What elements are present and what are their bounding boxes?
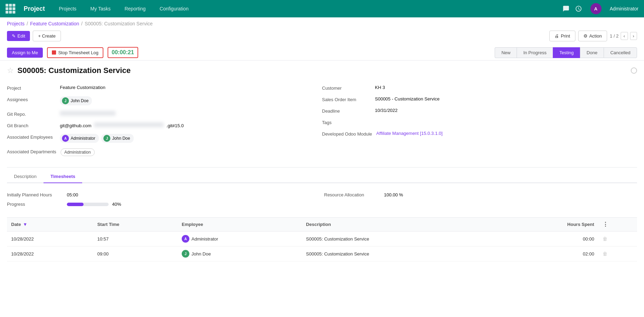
field-git-branch: Git Branch git@github.com .git#15.0	[7, 120, 322, 131]
action-button[interactable]: ⚙ Action	[578, 31, 607, 41]
pipeline-step-done[interactable]: Done	[580, 47, 604, 58]
cell-desc-0: S00005: Customization Service	[302, 231, 500, 246]
breadcrumb-current: S00005: Customization Service	[85, 21, 152, 26]
field-deadline: Deadline 10/31/2022	[322, 105, 637, 116]
customer-label: Customer	[322, 85, 371, 91]
git-branch-suffix: .git#15.0	[166, 123, 184, 128]
tabs: Description Timesheets	[7, 170, 637, 183]
avatar[interactable]: A	[590, 3, 602, 14]
user-name[interactable]: Administrator	[610, 6, 638, 11]
next-record-button[interactable]: ›	[630, 32, 637, 40]
cell-start-0: 10:57	[93, 231, 178, 246]
sales-order-value: S00005 - Customization Service	[375, 96, 637, 101]
dev-module-label: Developed Odoo Module	[322, 131, 372, 137]
top-navigation: Project Projects My Tasks Reporting Conf…	[0, 0, 644, 17]
assignees-label: Assignees	[7, 96, 56, 102]
more-options-icon[interactable]: ⋮	[603, 221, 608, 227]
create-button[interactable]: + Create	[33, 31, 61, 41]
assignee-dot-johndoe: J	[62, 97, 69, 104]
customer-value: KH 3	[375, 85, 637, 90]
tab-timesheets[interactable]: Timesheets	[44, 170, 82, 183]
progress-percent-label: 40%	[112, 202, 121, 207]
emp-badge-admin[interactable]: A Administrator	[60, 134, 99, 143]
col-employee: Employee	[178, 218, 302, 231]
git-branch-value: git@github.com .git#15.0	[60, 122, 322, 128]
pipeline-step-cancelled[interactable]: Cancelled	[604, 47, 637, 58]
assign-to-me-button[interactable]: Assign to Me	[7, 48, 43, 58]
ts-progress-value: 40%	[67, 202, 121, 207]
dept-badge-admin[interactable]: Administration	[61, 148, 95, 156]
git-branch-blurred	[94, 122, 164, 127]
col-more[interactable]: ⋮	[598, 218, 637, 231]
nav-icons	[563, 5, 582, 12]
circle-indicator	[631, 67, 637, 74]
field-developed-module: Developed Odoo Module Affiliate Manageme…	[322, 128, 637, 139]
col-start-time: Start Time	[93, 218, 178, 231]
tab-description[interactable]: Description	[7, 170, 44, 183]
app-grid-icon[interactable]	[6, 4, 15, 14]
print-button[interactable]: 🖨 Print	[549, 31, 575, 41]
ts-resource-value: 100.00 %	[384, 192, 403, 197]
ts-resource-label: Resource Allocation	[324, 192, 380, 197]
cell-start-1: 09:00	[93, 246, 178, 261]
pipeline-step-new[interactable]: New	[495, 47, 517, 58]
field-sales-order-item: Sales Order Item S00005 - Customization …	[322, 94, 637, 105]
chat-icon[interactable]	[563, 5, 570, 12]
emp-name-0: Administrator	[191, 236, 218, 242]
ts-resource-row: Resource Allocation 100.00 %	[324, 190, 637, 200]
action-bar: ✎ Edit + Create 🖨 Print ⚙ Action 1 / 2 ‹…	[0, 29, 644, 45]
sort-arrow: ▼	[23, 222, 28, 227]
table-header-row: Date ▼ Start Time Employee Description H…	[7, 218, 637, 231]
delete-icon-1[interactable]: 🗑	[603, 251, 607, 257]
col-date[interactable]: Date ▼	[7, 218, 93, 231]
assignees-value: J John Doe	[60, 96, 322, 105]
nav-configuration[interactable]: Configuration	[157, 5, 191, 13]
timer-display: 00:00:21	[108, 47, 138, 58]
status-pipeline: New In Progress Testing Done Cancelled	[495, 47, 637, 58]
delete-icon-0[interactable]: 🗑	[603, 236, 607, 242]
edit-button[interactable]: ✎ Edit	[7, 31, 30, 41]
emp-badge-johndoe[interactable]: J John Doe	[101, 134, 133, 143]
record-position: 1 / 2	[610, 33, 619, 39]
prev-record-button[interactable]: ‹	[621, 32, 628, 40]
breadcrumb-projects[interactable]: Projects	[7, 21, 25, 26]
col-hours-spent: Hours Spent	[501, 218, 598, 231]
divider	[7, 167, 637, 168]
main-content: ☆ S00005: Customization Service Project …	[0, 60, 644, 267]
app-name: Project	[24, 5, 45, 13]
assoc-depts-value: Administration	[61, 148, 322, 156]
ts-planned-hours-row: Initially Planned Hours 05:00	[7, 190, 320, 200]
project-label: Project	[7, 85, 56, 91]
fields-right: Customer KH 3 Sales Order Item S00005 - …	[322, 82, 637, 159]
assoc-depts-label: Associated Departments	[7, 148, 56, 154]
emp-dot-1: J	[182, 250, 189, 258]
assignee-badge-johndoe[interactable]: J John Doe	[60, 96, 92, 105]
task-title: S00005: Customization Service	[17, 66, 131, 75]
cell-delete-0[interactable]: 🗑	[598, 231, 637, 246]
printer-icon: 🖨	[555, 33, 559, 39]
star-icon[interactable]: ☆	[7, 66, 14, 75]
cell-employee-1: J John Doe	[178, 246, 302, 261]
pipeline-step-testing[interactable]: Testing	[553, 47, 580, 58]
stop-timesheet-button[interactable]: Stop Timesheet Log	[47, 47, 103, 58]
dev-module-value[interactable]: Affiliate Management [15.0.3.1.0]	[376, 131, 637, 136]
progress-bar-bg	[67, 203, 109, 206]
clock-icon[interactable]	[575, 5, 582, 12]
assoc-employees-value: A Administrator J John Doe	[60, 134, 322, 143]
field-project: Project Feature Customization	[7, 82, 322, 94]
ts-planned-hours-label: Initially Planned Hours	[7, 192, 63, 197]
cell-delete-1[interactable]: 🗑	[598, 246, 637, 261]
ts-right: Resource Allocation 100.00 %	[324, 190, 637, 209]
nav-projects[interactable]: Projects	[56, 5, 79, 13]
field-tags: Tags	[322, 116, 637, 128]
nav-reporting[interactable]: Reporting	[122, 5, 149, 13]
timesheet-bar: Assign to Me Stop Timesheet Log 00:00:21…	[0, 45, 644, 60]
ts-progress-row: Progress 40%	[7, 200, 320, 209]
pipeline-step-inprogress[interactable]: In Progress	[517, 47, 552, 58]
field-customer: Customer KH 3	[322, 82, 637, 94]
cell-date-1: 10/28/2022	[7, 246, 93, 261]
timesheets-table: Date ▼ Start Time Employee Description H…	[7, 217, 637, 261]
nav-my-tasks[interactable]: My Tasks	[88, 5, 113, 13]
cell-employee-0: A Administrator	[178, 231, 302, 246]
breadcrumb-feature-customization[interactable]: Feature Customization	[30, 21, 79, 26]
